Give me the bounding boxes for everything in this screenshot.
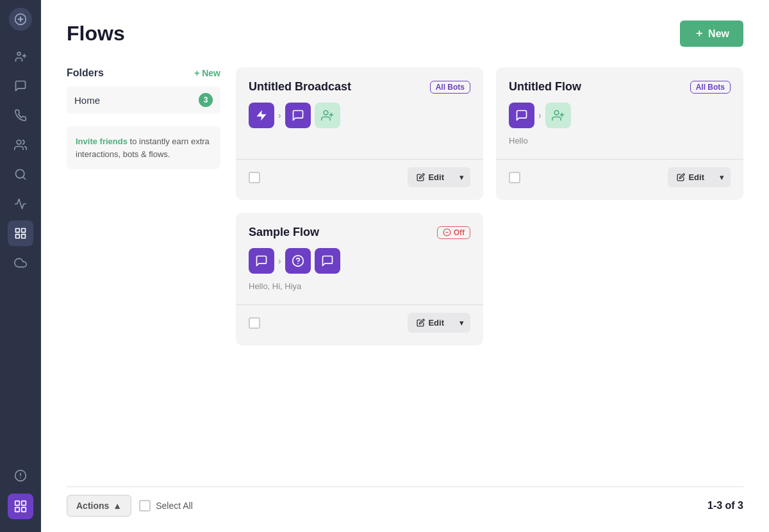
edit-button-3: Edit ▾: [408, 313, 470, 333]
edit-main-2[interactable]: Edit: [668, 167, 713, 187]
divider-2: [496, 159, 743, 160]
sidebar-item-broadcast[interactable]: [8, 103, 33, 128]
step-chat-1: [285, 103, 311, 128]
sidebar-item-analytics[interactable]: [8, 191, 33, 217]
step-chat-2: [509, 103, 534, 128]
flow-footer-1: Edit ▾: [249, 167, 470, 187]
svg-marker-20: [257, 110, 267, 121]
edit-caret-2[interactable]: ▾: [713, 167, 731, 187]
sidebar-nav: [8, 44, 33, 463]
step-arrow-1a: ›: [278, 110, 281, 121]
folders-new-link[interactable]: + New: [194, 68, 220, 78]
edit-caret-1[interactable]: ▾: [453, 167, 470, 187]
invite-box: Invite friends to instantly earn extra i…: [67, 126, 220, 169]
edit-button-2: Edit ▾: [668, 167, 731, 187]
sidebar-item-search[interactable]: [8, 162, 33, 187]
sidebar-item-contacts[interactable]: [8, 44, 33, 69]
flow-card-untitled-flow: Untitled Flow All Bots › Hello: [496, 67, 743, 200]
flow-steps-3: ›: [249, 248, 470, 274]
svg-line-8: [23, 177, 26, 179]
flow-card-sample-flow: Sample Flow Off ›: [236, 213, 483, 345]
step-lightning-1: [249, 103, 274, 128]
flow-title-2: Untitled Flow: [509, 80, 581, 94]
chevron-up-icon: ▲: [113, 501, 122, 511]
edit-main-1[interactable]: Edit: [408, 167, 453, 187]
flow-desc-2: Hello: [509, 136, 731, 149]
svg-rect-12: [16, 235, 20, 238]
flow-checkbox-1[interactable]: [249, 172, 260, 183]
sidebar-item-cloud[interactable]: [8, 250, 33, 276]
svg-point-24: [554, 111, 559, 115]
bottom-bar: Actions ▲ Select All 1-3 of 3: [67, 486, 743, 519]
folders-panel: Folders + New Home 3 Invite friends to i…: [67, 67, 220, 476]
sidebar-item-info[interactable]: [8, 463, 33, 488]
flow-card-header-3: Sample Flow Off: [249, 226, 470, 239]
svg-point-21: [324, 111, 328, 115]
flow-steps-2: ›: [509, 103, 731, 128]
divider-3: [236, 304, 483, 305]
step-user-2: [545, 103, 571, 128]
plus-icon: ＋: [694, 27, 704, 40]
sidebar-item-chat[interactable]: [8, 73, 33, 99]
folders-header: Folders + New: [67, 67, 220, 79]
step-chat-3a: [249, 248, 274, 274]
flow-card-header-2: Untitled Flow All Bots: [509, 80, 731, 94]
flow-card-untitled-broadcast: Untitled Broadcast All Bots ›: [236, 67, 483, 200]
step-chat-3b: [315, 248, 340, 274]
flow-card-header-1: Untitled Broadcast All Bots: [249, 80, 470, 94]
sidebar-item-conversations[interactable]: [8, 132, 33, 158]
select-all-checkbox[interactable]: [139, 500, 151, 511]
new-flow-button[interactable]: ＋ New: [680, 21, 743, 47]
edit-button-1: Edit ▾: [408, 167, 470, 187]
flow-steps-1: ›: [249, 103, 470, 128]
folder-name-home: Home: [74, 95, 100, 106]
badge-off-3: Off: [437, 226, 470, 239]
step-user-1: [315, 103, 340, 128]
badge-all-bots-2: All Bots: [690, 81, 731, 94]
flow-desc-1: [249, 136, 470, 149]
flow-desc-3: Hello, Hi, Hiya: [249, 281, 470, 294]
svg-point-3: [17, 52, 21, 55]
flow-footer-3: Edit ▾: [249, 313, 470, 333]
edit-main-3[interactable]: Edit: [408, 313, 453, 333]
folders-label: Folders: [67, 67, 104, 79]
select-all-label: Select All: [156, 501, 193, 511]
svg-rect-19: [22, 508, 26, 512]
sidebar-logo[interactable]: [9, 8, 32, 31]
content-area: Folders + New Home 3 Invite friends to i…: [67, 67, 743, 476]
folder-badge-home: 3: [199, 93, 213, 107]
divider-1: [236, 159, 483, 160]
edit-caret-3[interactable]: ▾: [453, 313, 470, 333]
flow-title-3: Sample Flow: [249, 226, 319, 239]
svg-rect-16: [15, 501, 20, 506]
flows-grid: Untitled Broadcast All Bots ›: [236, 67, 743, 476]
step-question-3: [285, 248, 311, 274]
sidebar: [0, 0, 41, 532]
select-all-area[interactable]: Select All: [139, 500, 193, 511]
svg-rect-17: [22, 501, 26, 506]
svg-point-6: [17, 140, 21, 145]
page-title: Flows: [67, 22, 125, 46]
sidebar-bottom: [8, 463, 33, 524]
folder-item-home[interactable]: Home 3: [67, 87, 220, 113]
flow-checkbox-3[interactable]: [249, 317, 260, 329]
svg-rect-10: [22, 229, 26, 233]
pagination-text: 1-3 of 3: [707, 500, 743, 511]
sidebar-item-brand[interactable]: [8, 494, 33, 519]
step-arrow-3a: ›: [278, 256, 281, 266]
sidebar-item-flows[interactable]: [8, 220, 33, 246]
actions-label: Actions: [76, 501, 109, 511]
flow-checkbox-2[interactable]: [509, 172, 520, 183]
bottom-bar-left: Actions ▲ Select All: [67, 495, 193, 517]
svg-rect-11: [22, 235, 26, 238]
svg-rect-9: [16, 229, 20, 233]
page-header: Flows ＋ New: [67, 21, 743, 47]
actions-button[interactable]: Actions ▲: [67, 495, 131, 517]
flow-footer-2: Edit ▾: [509, 167, 731, 187]
svg-rect-18: [15, 508, 20, 512]
flow-title-1: Untitled Broadcast: [249, 80, 351, 94]
step-arrow-2a: ›: [538, 110, 542, 121]
main-content: Flows ＋ New Folders + New Home 3 Invite …: [41, 0, 769, 532]
invite-friends-link[interactable]: Invite friends: [76, 137, 128, 146]
badge-all-bots-1: All Bots: [430, 81, 470, 94]
